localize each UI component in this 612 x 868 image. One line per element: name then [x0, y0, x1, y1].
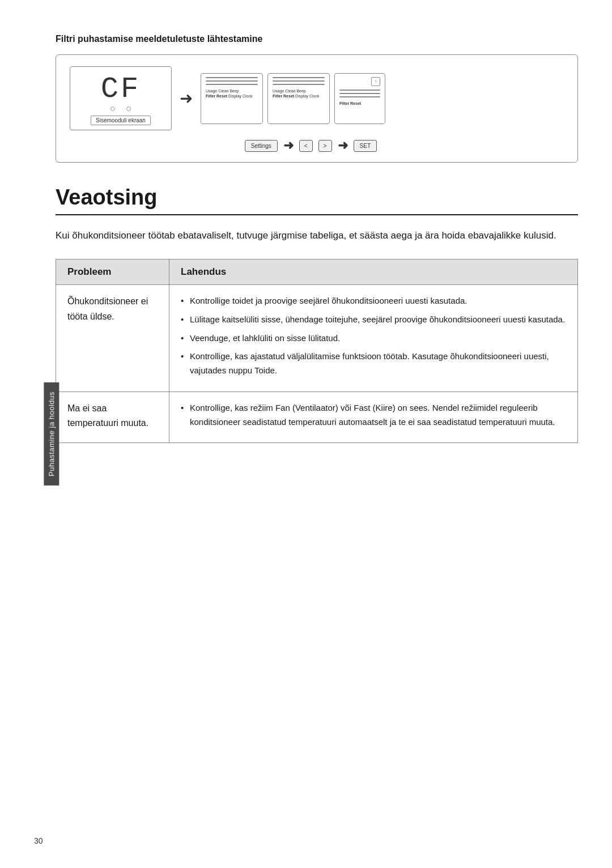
table-row: Ma ei saa temperatuuri muuta. Kontrollig…: [56, 392, 578, 443]
nav-arrow-2: ➜: [338, 138, 348, 153]
panel1-line2: [206, 80, 258, 82]
filter-diagram: CF Sisemooduli ekraan ➜: [56, 54, 578, 163]
panels-group: Usage Clean BeepFilter Reset Display Clo…: [201, 73, 385, 124]
panel3-line1: [339, 90, 380, 91]
lcd-display: CF: [101, 75, 141, 104]
nav-left-button[interactable]: <: [299, 140, 313, 152]
filter-section-title: Filtri puhastamise meeldetuletuste lähte…: [56, 34, 578, 44]
panel2-line3: [273, 84, 325, 85]
panel2-line2: [273, 80, 325, 82]
problem-cell-1: Õhukonditsioneer ei tööta üldse.: [56, 285, 169, 392]
panel3-icon: ↑: [371, 77, 380, 86]
lcd-dots: [110, 107, 131, 111]
col-probleem-header: Probleem: [56, 259, 169, 285]
nav-left-label: <: [304, 143, 308, 149]
settings-button[interactable]: Settings: [245, 140, 278, 152]
nav-right-button[interactable]: >: [318, 140, 332, 152]
solution-cell-2: Kontrollige, kas režiim Fan (Ventilaator…: [169, 392, 578, 443]
veaotsing-section: Veaotsing Kui õhukonditsioneer töötab eb…: [56, 185, 578, 443]
set-label: SET: [360, 143, 371, 149]
solution-item: Kontrollige, kas ajastatud väljalülitami…: [181, 350, 566, 378]
intro-text: Kui õhukonditsioneer töötab ebatavalisel…: [56, 228, 578, 243]
panel3-label: Filter Reset: [339, 101, 380, 106]
side-tab: Puhastamine ja hooldus: [44, 382, 59, 486]
diagram-top: CF Sisemooduli ekraan ➜: [70, 66, 385, 130]
solution-cell-1: Kontrollige toidet ja proovige seejärel …: [169, 285, 578, 392]
set-button[interactable]: SET: [354, 140, 377, 152]
control-panel-1: Usage Clean BeepFilter Reset Display Clo…: [201, 73, 263, 124]
panel3-line2: [339, 93, 380, 94]
nav-right-label: >: [324, 143, 327, 149]
panel1-line3: [206, 84, 258, 85]
solution-list-1: Kontrollige toidet ja proovige seejärel …: [181, 294, 566, 378]
control-panel-2: Usage Clean BeepFilter Reset Display Clo…: [267, 73, 330, 124]
arrow-to-panels: ➜: [180, 89, 193, 108]
indoor-unit-label: Sisemooduli ekraan: [91, 116, 151, 125]
table-row: Õhukonditsioneer ei tööta üldse. Kontrol…: [56, 285, 578, 392]
control-panel-3: ↑ Filter Reset: [334, 73, 385, 124]
problem-cell-2: Ma ei saa temperatuuri muuta.: [56, 392, 169, 443]
indoor-unit: CF Sisemooduli ekraan: [70, 66, 172, 130]
solution-item: Kontrollige toidet ja proovige seejärel …: [181, 294, 566, 308]
problem-text-1: Õhukonditsioneer ei tööta üldse.: [67, 296, 148, 321]
diagram-wrapper: CF Sisemooduli ekraan ➜: [70, 66, 385, 153]
filter-section: Filtri puhastamise meeldetuletuste lähte…: [56, 34, 578, 163]
col-lahendus-header: Lahendus: [169, 259, 578, 285]
panel1-label: Usage Clean BeepFilter Reset Display Clo…: [206, 88, 258, 99]
side-tab-label: Puhastamine ja hooldus: [47, 392, 56, 476]
solution-item: Veenduge, et lahklüliti on sisse lülitat…: [181, 331, 566, 346]
solution-list-2: Kontrollige, kas režiim Fan (Ventilaator…: [181, 401, 566, 429]
problem-table: Probleem Lahendus Õhukonditsioneer ei tö…: [56, 259, 578, 443]
panel1-line1: [206, 77, 258, 78]
nav-buttons: Settings ➜ < > ➜ SET: [245, 138, 382, 153]
nav-buttons-row: Settings ➜ < > ➜ SET: [70, 134, 385, 153]
settings-label: Settings: [251, 143, 271, 149]
panel2-line1: [273, 77, 325, 78]
solution-item: Kontrollige, kas režiim Fan (Ventilaator…: [181, 401, 566, 429]
lcd-dot-right: [126, 107, 131, 111]
solution-item: Lülitage kaitselüliti sisse, ühendage to…: [181, 313, 566, 327]
panel3-line3: [339, 96, 380, 97]
panel2-label: Usage Clean BeepFilter Reset Display Clo…: [273, 88, 325, 99]
problem-text-2: Ma ei saa temperatuuri muuta.: [67, 403, 148, 428]
nav-arrow-1: ➜: [283, 138, 294, 153]
veaotsing-title: Veaotsing: [56, 185, 578, 215]
page-number: 30: [34, 836, 43, 845]
lcd-dot-left: [110, 107, 115, 111]
